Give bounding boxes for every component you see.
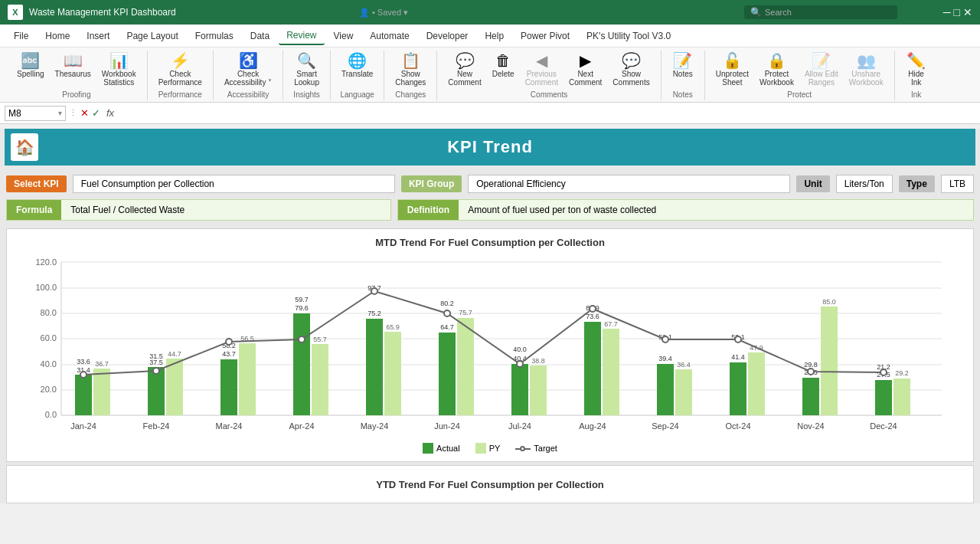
bar-sep-actual <box>657 364 674 415</box>
thesaurus-button[interactable]: 📖 Thesaurus <box>51 51 96 80</box>
bar-jan-actual <box>75 375 92 415</box>
menu-pk-utility[interactable]: PK's Utility Tool V3.0 <box>579 28 678 44</box>
xlabel-may: May-24 <box>361 421 389 431</box>
xlabel-sep: Sep-24 <box>652 421 678 431</box>
svg-text:73.6: 73.6 <box>586 313 599 320</box>
menu-formulas[interactable]: Formulas <box>188 28 241 44</box>
ytd-chart-container: YTD Trend For Fuel Consumption per Colle… <box>6 465 974 503</box>
translate-button[interactable]: 🌐 Translate <box>337 51 377 80</box>
legend-target-dot <box>520 446 525 451</box>
menu-home[interactable]: Home <box>38 28 77 44</box>
next-comment-button[interactable]: ▶ NextComment <box>564 51 606 89</box>
next-comment-icon: ▶ <box>580 53 591 68</box>
check-performance-button[interactable]: ⚡ CheckPerformance <box>154 51 207 89</box>
svg-text:33.6: 33.6 <box>77 358 90 365</box>
definition-text: Amount of fuel used per ton of waste col… <box>459 200 665 220</box>
protect-workbook-button[interactable]: 🔒 ProtectWorkbook <box>755 51 799 89</box>
notes-button[interactable]: 📝 Notes <box>668 51 698 80</box>
svg-text:80.0: 80.0 <box>41 308 57 317</box>
ink-group-label: Ink <box>901 90 932 99</box>
performance-group-label: Performance <box>154 90 207 99</box>
mtd-chart-container: MTD Trend For Fuel Consumption per Colle… <box>6 228 974 462</box>
maximize-button[interactable]: □ <box>954 6 960 18</box>
menu-review[interactable]: Review <box>279 27 324 45</box>
hide-ink-button[interactable]: ✏️ HideInk <box>901 51 932 89</box>
target-dot-jan <box>80 372 87 378</box>
protect-group-label: Protect <box>711 90 888 99</box>
search-box[interactable]: 🔍 Search <box>744 5 897 19</box>
show-changes-button[interactable]: 📋 ShowChanges <box>390 51 430 89</box>
name-box[interactable]: M8 ▾ <box>5 106 66 121</box>
allow-edit-ranges-button[interactable]: 📝 Allow EditRanges <box>800 51 843 89</box>
ribbon-group-insights: 🔍 SmartLookup Insights <box>283 51 331 100</box>
bar-jul-actual <box>511 364 528 415</box>
svg-text:120.0: 120.0 <box>35 257 57 267</box>
target-dot-oct <box>735 336 741 342</box>
comments-group-label: Comments <box>443 90 654 99</box>
minimize-button[interactable]: ─ <box>943 6 951 18</box>
ribbon-group-accessibility: ♿ CheckAccessibility ˅ Accessibility <box>214 51 283 100</box>
check-accessibility-button[interactable]: ♿ CheckAccessibility ˅ <box>220 51 276 89</box>
legend-py: PY <box>475 443 501 454</box>
bar-mar-py <box>239 343 256 415</box>
accessibility-group-label: Accessibility <box>220 90 276 99</box>
prev-comment-button[interactable]: ◀ PreviousComment <box>521 51 563 89</box>
unshare-workbook-button[interactable]: 👥 UnshareWorkbook <box>844 51 888 89</box>
thesaurus-icon: 📖 <box>64 53 83 68</box>
menu-automate[interactable]: Automate <box>362 28 416 44</box>
svg-text:44.7: 44.7 <box>168 350 181 358</box>
changes-group-label: Changes <box>390 90 430 99</box>
delete-icon: 🗑 <box>495 53 511 68</box>
enter-formula-icon[interactable]: ✓ <box>92 107 100 119</box>
expand-formula-icon[interactable]: ⋮ <box>69 108 77 118</box>
type-label: Type <box>899 175 935 192</box>
unit-label: Unit <box>796 175 829 192</box>
formula-label: Formula <box>7 200 61 220</box>
ribbon: 🔤 Spelling 📖 Thesaurus 📊 WorkbookStatist… <box>0 48 980 103</box>
unprotect-sheet-button[interactable]: 🔓 UnprotectSheet <box>711 51 753 89</box>
xlabel-jul: Jul-24 <box>508 421 531 431</box>
menu-view[interactable]: View <box>326 28 361 44</box>
menu-developer[interactable]: Developer <box>419 28 476 44</box>
bar-feb-py <box>166 359 183 415</box>
smart-lookup-button[interactable]: 🔍 SmartLookup <box>289 51 324 89</box>
kpi-header: 🏠 KPI Trend <box>5 129 975 165</box>
svg-text:67.7: 67.7 <box>604 320 618 328</box>
menu-data[interactable]: Data <box>243 28 277 44</box>
spelling-button[interactable]: 🔤 Spelling <box>12 51 49 80</box>
menu-file[interactable]: File <box>6 28 36 44</box>
delete-comment-button[interactable]: 🗑 Delete <box>488 51 519 80</box>
svg-text:100.0: 100.0 <box>35 283 57 292</box>
new-comment-button[interactable]: 💬 NewComment <box>443 51 485 89</box>
menu-help[interactable]: Help <box>477 28 511 44</box>
show-comments-button[interactable]: 💬 ShowComments <box>608 51 654 89</box>
workbook-stats-label: WorkbookStatistics <box>102 70 136 87</box>
home-button[interactable]: 🏠 <box>11 133 38 161</box>
menu-insert[interactable]: Insert <box>79 28 117 44</box>
cancel-formula-icon[interactable]: ✕ <box>80 107 89 119</box>
allow-edit-icon: 📝 <box>812 53 831 68</box>
legend-target: Target <box>515 443 557 454</box>
spelling-label: Spelling <box>17 70 44 78</box>
main-content: 🏠 KPI Trend Select KPI Fuel Consumption … <box>0 129 980 503</box>
definition-label: Definition <box>398 200 459 220</box>
unit-value[interactable]: Liters/Ton <box>836 175 893 193</box>
xlabel-apr: Apr-24 <box>289 421 314 431</box>
svg-text:41.4: 41.4 <box>731 353 745 361</box>
kpi-group-value[interactable]: Operational Efficiency <box>468 175 790 193</box>
target-dot-jul <box>517 361 523 367</box>
ribbon-group-proofing: 🔤 Spelling 📖 Thesaurus 📊 WorkbookStatist… <box>6 51 148 100</box>
formula-box: Formula Total Fuel / Collected Waste <box>6 199 391 221</box>
select-kpi-value[interactable]: Fuel Consumption per Collection <box>73 175 395 193</box>
svg-text:40.0: 40.0 <box>513 346 527 353</box>
mtd-chart-svg: 0.0 20.0 40.0 60.0 80.0 100.0 120.0 <box>15 254 965 438</box>
formula-input[interactable] <box>120 108 975 119</box>
type-value[interactable]: LTB <box>941 175 974 193</box>
menu-power-pivot[interactable]: Power Pivot <box>513 28 577 44</box>
close-button[interactable]: ✕ <box>963 6 972 18</box>
workbook-stats-button[interactable]: 📊 WorkbookStatistics <box>97 51 141 89</box>
new-comment-icon: 💬 <box>456 53 475 68</box>
menu-page-layout[interactable]: Page Layout <box>119 28 185 44</box>
ribbon-group-language: 🌐 Translate Language <box>331 51 384 100</box>
ribbon-group-notes: 📝 Notes Notes <box>662 51 705 100</box>
